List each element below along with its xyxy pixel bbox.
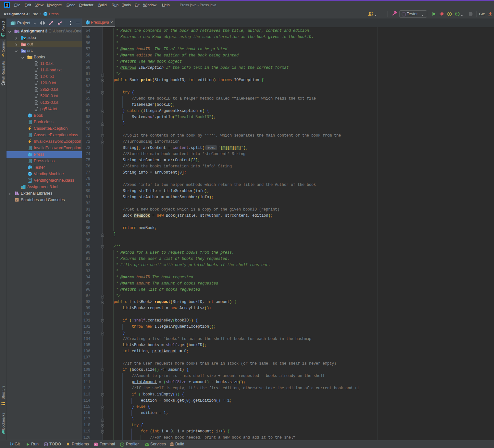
svg-text:10: 10: [29, 148, 31, 150]
svg-text:10: 10: [29, 181, 31, 183]
svg-text:10: 10: [29, 161, 31, 163]
svg-text:</>: </>: [22, 50, 25, 53]
svg-text:10: 10: [29, 135, 31, 137]
svg-text:10: 10: [29, 122, 31, 124]
